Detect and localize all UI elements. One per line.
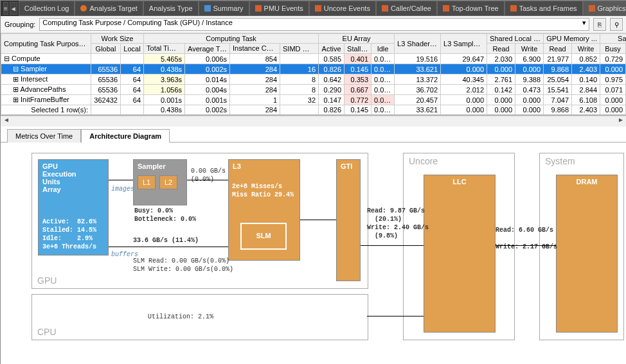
tab-pmu-events[interactable]: PMU Events xyxy=(249,1,309,16)
colgrp-slm[interactable]: Shared Local Memory... xyxy=(487,34,544,44)
gti-block: GTI xyxy=(336,159,361,281)
grid-scrollbar[interactable]: ◄► xyxy=(1,116,626,126)
header-col-row: Global Local Total Time ☆ Average Time I… xyxy=(1,44,627,54)
colgrp-sampler[interactable]: Sampler xyxy=(600,34,626,44)
l3-block: L3 SLM xyxy=(228,159,300,261)
sampler-bw: 0.00 GB/s (0.0%) xyxy=(191,167,226,184)
buffers-bw: 33.6 GB/s (11.4%) xyxy=(133,236,199,245)
tab-tasks-frames[interactable]: Tasks and Frames xyxy=(505,1,583,16)
tab-uncore-events[interactable]: Uncore Events xyxy=(309,1,376,16)
images-label: images xyxy=(111,185,134,193)
gti-rw: Read: 9.87 GB/s (20.1%) Write: 2.40 GB/s… xyxy=(367,207,429,240)
cpu-group: CPU Utilization: 2.1% xyxy=(31,294,368,340)
grouping-label: Grouping: xyxy=(4,21,35,28)
sampler-block: Sampler L1 L2 xyxy=(133,159,187,205)
col-l3shader[interactable]: L3 Shader Bandwidth, ... xyxy=(395,34,441,54)
filter-icon[interactable]: ⚲ xyxy=(610,18,623,31)
customize-icon[interactable]: ⎘ xyxy=(593,18,606,31)
tab-graphics[interactable]: Graphics xyxy=(583,1,626,16)
tab-architecture-diagram[interactable]: Architecture Diagram xyxy=(81,129,170,143)
colgrp-eu[interactable]: EU Array xyxy=(319,34,395,44)
table-row[interactable]: ⊟ Compute5.465s0.006s8540.5850.4010.0141… xyxy=(1,54,627,64)
eu-array-block: GPU Execution Units Array Active: 82.6% … xyxy=(38,159,109,256)
tab-collection-log[interactable]: Collection Log xyxy=(19,1,75,16)
table-row[interactable]: ⊟ Sampler65536640.438s0.002s284160.8260.… xyxy=(1,64,627,74)
sampler-l1: L1 xyxy=(138,175,156,189)
dram-block: DRAM xyxy=(556,175,618,333)
view-toolbar: ≡ ◄ Collection Log Analysis Target Analy… xyxy=(1,1,626,16)
table-row[interactable]: ⊞ InitFrameBuffer362432640.001s0.001s132… xyxy=(1,95,627,105)
sampler-stats: Busy: 0.0% Bottleneck: 0.0% xyxy=(134,207,196,223)
tab-analysis-target[interactable]: Analysis Target xyxy=(75,1,143,16)
dram-rw: Read: 6.60 GB/s Write: 2.17 GB/s xyxy=(496,226,557,251)
bottom-tabs: Metrics Over Time Architecture Diagram xyxy=(1,126,626,143)
sampler-l2: L2 xyxy=(159,175,177,189)
col-l3sampler[interactable]: L3 Sampler Bandwidth, ... xyxy=(441,34,487,54)
tab-analysis-type[interactable]: Analysis Type xyxy=(143,1,199,16)
tab-metrics-over-time[interactable]: Metrics Over Time xyxy=(7,129,81,143)
llc-block: LLC xyxy=(424,175,496,333)
col-task[interactable]: Computing Task Purpose / Computing Task … xyxy=(1,34,91,54)
menu-icon[interactable]: ≡ xyxy=(3,2,8,15)
analysis-tabs: Collection Log Analysis Target Analysis … xyxy=(19,1,626,16)
colgrp-gm[interactable]: GPU Memory ... xyxy=(544,34,600,44)
data-grid[interactable]: Computing Task Purpose / Computing Task … xyxy=(1,33,626,116)
cpu-util: Utilization: 2.1% xyxy=(148,313,213,321)
l3-stats: 2e+8 Misses/s Miss Ratio 29.4% xyxy=(232,182,294,199)
tab-summary[interactable]: Summary xyxy=(199,1,249,16)
tab-caller-callee[interactable]: Caller/Callee xyxy=(376,1,437,16)
table-row[interactable]: ⊞ Intersect65536643.963s0.014s28480.6420… xyxy=(1,74,627,85)
architecture-diagram: GPU CPU Utilization: 2.1% Uncore System … xyxy=(1,143,626,348)
grouping-bar: Grouping: Computing Task Purpose / Compu… xyxy=(1,16,626,33)
footer-row: Selected 1 row(s): 0.438s 0.002s 284 0.8… xyxy=(1,105,627,115)
colgrp-computing[interactable]: Computing Task xyxy=(144,34,319,44)
table-row[interactable]: ⊞ AdvancePaths65536641.056s0.004s28480.2… xyxy=(1,85,627,95)
slm-block: SLM xyxy=(240,223,287,250)
header-group-row: Computing Task Purpose / Computing Task … xyxy=(1,34,627,44)
grouping-select[interactable]: Computing Task Purpose / Computing Task … xyxy=(39,18,589,31)
back-icon[interactable]: ◄ xyxy=(10,2,17,15)
slm-rw: SLM Read: 0.00 GB/s(0.0%) SLM Write: 0.0… xyxy=(133,257,233,273)
tab-top-down[interactable]: Top-down Tree xyxy=(437,1,505,16)
colgrp-work[interactable]: Work Size xyxy=(91,34,144,44)
